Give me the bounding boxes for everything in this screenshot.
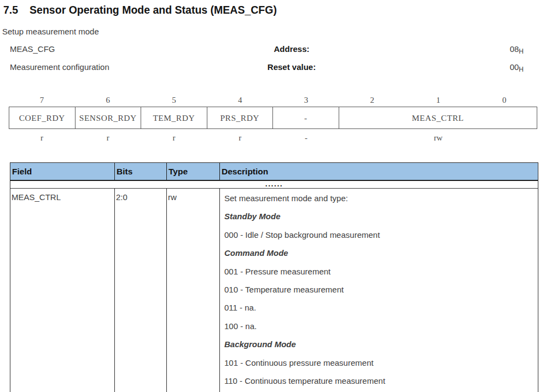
description-line: 101 - Continuous pressure measurement [224,354,537,372]
column-header-description: Description [220,163,538,180]
hex-suffix: H [519,48,524,55]
ellipsis-row: ...... [10,181,538,189]
bit-field-cell: SENSOR_RDY [76,107,142,128]
description-line: Command Mode [224,244,537,262]
bits-cell: 2:0 [115,189,167,392]
subtitle: Setup measurement mode [2,27,99,36]
reset-value-label: Reset value: [268,62,316,72]
bit-number: 7 [9,96,75,104]
description-line: 011 - na. [224,299,537,317]
field-table-header: Field Bits Type Description [10,163,538,181]
access-type: rw [339,133,537,143]
field-name-cell: MEAS_CTRL [10,189,115,392]
address-label: Address: [274,44,309,54]
bit-number: 1 [405,96,472,104]
description-line: Standby Mode [224,207,537,225]
bit-access-row: r r r r - rw [9,133,537,143]
bit-number-row: 7 6 5 4 3 2 1 0 [9,96,537,104]
datasheet-page: 7.5 Sensor Operating Mode and Status (ME… [0,0,540,392]
bit-field-cell: COEF_RDY [9,107,76,128]
description-line: 001 - Pressure measurement [224,262,537,280]
register-info-row-address: MEAS_CFG Address: 08H [0,44,540,55]
bit-number: 6 [75,96,141,104]
access-type: r [207,133,273,143]
column-header-bits: Bits [115,163,167,180]
field-table-row: MEAS_CTRL 2:0 rw Set measurement mode an… [10,189,538,392]
register-name: MEAS_CFG [10,44,55,54]
description-line: 010 - Temperature measurement [224,280,537,299]
register-info-row-reset: Measurement configuration Reset value: 0… [0,62,540,73]
type-cell: rw [167,189,220,392]
reset-value: 00H [510,62,524,72]
description-line: Set measurement mode and type: [224,189,537,207]
bit-register-diagram: 7 6 5 4 3 2 1 0 COEF_RDY SENSOR_RDY TEM_… [9,96,537,143]
access-type: r [75,133,141,143]
bit-field-cell: - [273,107,339,128]
description-line: 100 - na. [224,317,537,335]
description-line: 110 - Continuous temperature measurement [224,372,537,390]
bit-number: 0 [471,96,537,104]
register-description: Measurement configuration [10,62,109,72]
description-cell: Set measurement mode and type: Standby M… [220,189,538,392]
access-type: r [141,133,207,143]
bit-number: 3 [273,96,339,104]
section-title: Sensor Operating Mode and Status (MEAS_C… [30,4,277,16]
section-number: 7.5 [3,4,18,16]
bit-number: 2 [339,96,405,104]
bit-field-cell: TEM_RDY [141,107,207,128]
bit-field-cell: MEAS_CTRL [339,107,537,128]
bit-number: 5 [141,96,207,104]
page-title: 7.5 Sensor Operating Mode and Status (ME… [3,4,277,16]
bit-number: 4 [207,96,273,104]
address-value: 08H [510,44,524,54]
access-type: r [9,133,75,143]
column-header-field: Field [10,163,115,180]
column-header-type: Type [167,163,220,180]
bit-field-row: COEF_RDY SENSOR_RDY TEM_RDY PRS_RDY - ME… [9,107,537,129]
description-line: Background Mode [224,335,537,353]
description-line: 000 - Idle / Stop background measurement [224,226,537,244]
bit-field-cell: PRS_RDY [207,107,274,128]
access-type: - [273,133,339,143]
field-description-table: Field Bits Type Description ...... MEAS_… [10,162,538,392]
hex-suffix: H [519,66,524,73]
